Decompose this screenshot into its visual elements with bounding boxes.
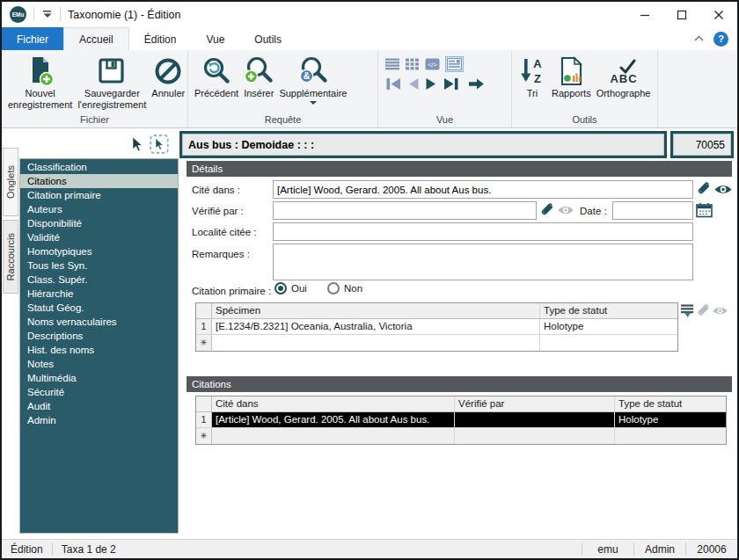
primary-citation-yes-option: Oui (274, 282, 307, 295)
close-button[interactable] (700, 2, 737, 27)
primary-citation-no-option: Non (327, 282, 362, 295)
status-type-column-header: Type de statut (540, 303, 676, 318)
last-record-button[interactable] (443, 77, 459, 93)
radio-non[interactable] (327, 282, 340, 295)
tab-vue[interactable]: Vue (191, 27, 239, 50)
autofill-icon[interactable] (681, 303, 696, 318)
citation-cited-in-cell[interactable]: [Article] Wood, Gerard. 2005. All about … (212, 412, 455, 427)
tab-outils[interactable]: Outils (239, 27, 296, 50)
list-view-button[interactable] (385, 58, 400, 70)
citations-table: Cité dans Vérifié par Type de statut 1 [… (195, 396, 727, 445)
collapse-ribbon-icon[interactable] (693, 33, 705, 45)
grid-view-button[interactable] (406, 58, 420, 70)
maximize-button[interactable] (663, 2, 700, 27)
sidebar-item-tous-les-syn[interactable]: Tous les Syn. (20, 258, 178, 273)
text-view-button[interactable]: </> (425, 58, 440, 70)
specimen-new-row[interactable]: ✳ (196, 335, 677, 351)
specimen-row-1[interactable]: 1 [E.1234/B.2321] Oceania, Australia, Vi… (196, 319, 677, 335)
sidebar-item-notes[interactable]: Notes (20, 357, 178, 371)
sidebar-item-securite[interactable]: Sécurité (20, 385, 178, 399)
ribbon: Nouvel enregistrement Sauvegarder l'enre… (2, 50, 737, 128)
ribbon-group-fichier: Nouvel enregistrement Sauvegarder l'enre… (2, 50, 188, 127)
statusbar: Édition Taxa 1 de 2 emu Admin 20006 (2, 539, 737, 558)
sidebar-item-disponibilite[interactable]: Disponibilité (20, 216, 178, 230)
minimize-button[interactable] (626, 2, 663, 27)
previous-record-button[interactable] (406, 77, 420, 93)
sidebar-item-multimedia[interactable]: Multimédia (20, 371, 178, 385)
calendar-icon[interactable] (696, 202, 713, 218)
record-number: 70055 (673, 134, 731, 156)
help-button[interactable]: ? (713, 32, 728, 47)
sidebar-item-classification[interactable]: Classification (20, 160, 178, 174)
additional-query-button[interactable]: & Supplémentaire (276, 53, 349, 105)
sidebar-item-descriptions[interactable]: Descriptions (20, 329, 178, 343)
view-specimen-icon-disabled (712, 305, 728, 316)
new-row-marker: ✳ (196, 335, 212, 351)
verified-by-label: Vérifié par : (192, 206, 244, 216)
cited-locality-input[interactable] (273, 222, 693, 241)
citation-status-cell[interactable]: Holotype (615, 412, 726, 427)
sidebar-item-auteurs[interactable]: Auteurs (20, 202, 178, 216)
save-record-button[interactable]: Sauvegarder l'enregistrement (75, 53, 149, 110)
sidebar-item-citations[interactable]: Citations (20, 174, 178, 188)
radio-oui[interactable] (274, 282, 287, 295)
next-record-button[interactable] (425, 77, 438, 93)
form-view-button[interactable] (445, 56, 464, 72)
reports-button[interactable]: Rapports (549, 53, 594, 99)
specimen-cell[interactable]: [E.1234/B.2321] Oceania, Australia, Vict… (212, 319, 540, 334)
ribbon-group-vue: </> Vue (378, 50, 512, 127)
tab-accueil[interactable]: Accueil (63, 27, 129, 50)
sidebar-item-audit[interactable]: Audit (20, 399, 178, 413)
cancel-icon (153, 55, 183, 88)
new-record-button[interactable]: Nouvel enregistrement (5, 53, 75, 110)
sidebar-item-validite[interactable]: Validité (20, 230, 178, 244)
titlebar-separator (60, 8, 61, 21)
date-label: Date : (580, 206, 607, 216)
attach-verified-by-icon[interactable] (539, 202, 556, 219)
attach-specimen-icon-disabled (696, 303, 712, 319)
attach-cited-in-icon[interactable] (696, 181, 713, 198)
specimen-status-cell[interactable]: Holotype (540, 319, 676, 334)
select-mode-cursor-icon[interactable] (150, 135, 169, 156)
sort-button[interactable]: AZ Tri (516, 53, 549, 99)
group-label-requete: Requête (192, 113, 374, 127)
citation-verified-by-cell[interactable] (455, 412, 615, 427)
sidebar-item-class-super[interactable]: Class. Supér. (20, 273, 178, 287)
spellcheck-button[interactable]: ABC Orthographe (594, 53, 654, 99)
citations-row-1-selected[interactable]: 1 [Article] Wood, Gerard. 2005. All abou… (196, 412, 726, 428)
goto-record-button[interactable] (468, 77, 485, 93)
group-label-outils: Outils (516, 113, 654, 127)
cancel-button[interactable]: Annuler (149, 53, 187, 99)
side-tab-onglets[interactable]: Onglets (3, 148, 18, 216)
status-connection: emu (582, 543, 633, 556)
citations-new-row[interactable]: ✳ (196, 428, 726, 444)
quick-access-dropdown-icon[interactable] (41, 9, 53, 21)
remarks-textarea[interactable] (273, 244, 693, 280)
verified-by-column-header: Vérifié par (455, 396, 615, 411)
sidebar-item-homotypiques[interactable]: Homotypiques (20, 244, 178, 258)
first-record-button[interactable] (385, 77, 401, 93)
ribbon-group-requete: Précédent Insérer & Supplémentaire Requê… (188, 50, 378, 127)
sidebar-item-admin[interactable]: Admin (20, 413, 178, 427)
previous-query-button[interactable]: Précédent (192, 53, 241, 99)
svg-text:Z: Z (534, 72, 541, 85)
select-cursor-icon[interactable] (130, 136, 143, 155)
cited-in-column-header: Cité dans (212, 396, 455, 411)
view-verified-by-icon-disabled (557, 204, 574, 216)
side-tab-raccourcis[interactable]: Raccourcis (3, 220, 18, 294)
insert-button[interactable]: Insérer (241, 53, 276, 99)
sidebar-item-statut-geog[interactable]: Statut Géog. (20, 301, 178, 315)
window-controls (626, 2, 737, 27)
group-label-vue: Vue (382, 113, 508, 127)
tab-edition[interactable]: Édition (129, 27, 192, 50)
sidebar-item-noms-vernaculaires[interactable]: Noms vernaculaires (20, 315, 178, 329)
emu-taxonomy-edit-window: EMu Taxonomie (1) - Édition Fichier Accu… (0, 0, 739, 560)
date-input[interactable] (612, 201, 693, 220)
cited-in-input[interactable] (273, 180, 693, 199)
sidebar-item-hist-des-noms[interactable]: Hist. des noms (20, 343, 178, 357)
verified-by-input[interactable] (273, 201, 537, 220)
sidebar-item-hierarchie[interactable]: Hiérarchie (20, 287, 178, 301)
sidebar-item-citation-primaire[interactable]: Citation primaire (20, 188, 178, 202)
view-cited-in-icon[interactable] (713, 183, 733, 196)
tab-fichier[interactable]: Fichier (2, 27, 63, 50)
